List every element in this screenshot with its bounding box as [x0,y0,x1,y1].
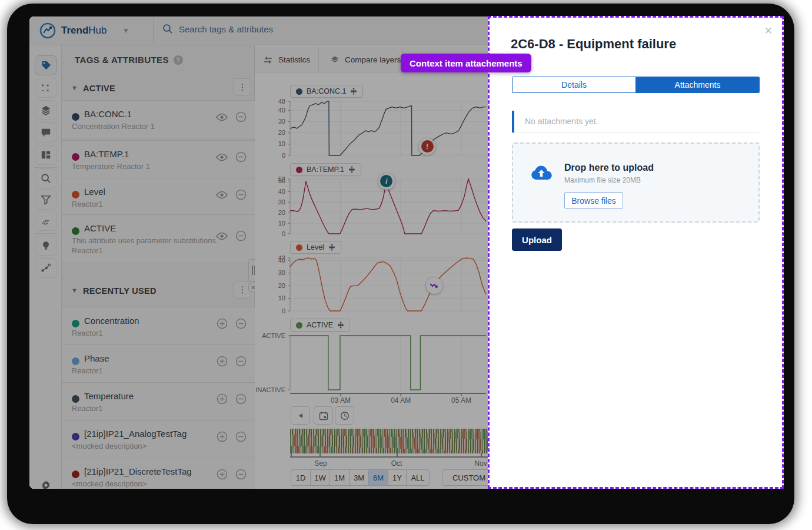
cloud-upload-icon [531,165,552,180]
dialog-title: 2C6-D8 - Equipment failure [511,37,676,52]
accent-bar [512,111,514,132]
tab-details[interactable]: Details [513,77,636,92]
close-icon[interactable]: ✕ [764,25,773,37]
tab-attachments[interactable]: Attachments [636,77,759,92]
empty-attachments-text: No attachments yet. [525,117,598,126]
dropzone-title: Drop here to upload [564,163,654,173]
annotation-tooltip: Context item attachements [401,54,531,72]
dropzone-max-size: Maximum file size 20MB [564,176,641,184]
empty-attachments-row: No attachments yet. [512,111,760,133]
upload-button[interactable]: Upload [512,228,562,251]
file-dropzone[interactable]: Drop here to upload Maximum file size 20… [512,143,760,223]
dialog-tabs: Details Attachments [512,77,760,93]
browse-files-button[interactable]: Browse files [564,192,623,209]
context-item-dialog: ✕ 2C6-D8 - Equipment failure Details Att… [488,16,784,489]
